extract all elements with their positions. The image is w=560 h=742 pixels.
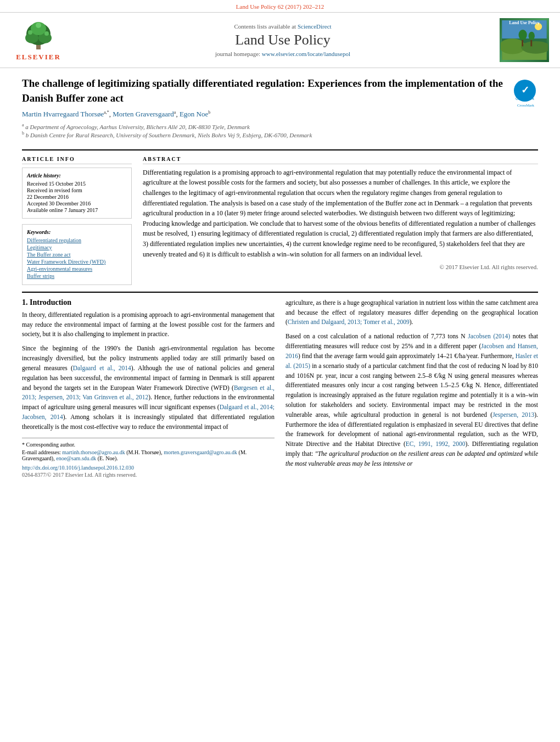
journal-citation: Land Use Policy 62 (2017) 202–212 (236, 3, 324, 10)
received-date: Received 15 October 2015 (27, 181, 127, 187)
journal-logo-overlay-text: Land Use Policy (502, 20, 547, 26)
cite-jespersen-2013[interactable]: Jespersen, 2013 (492, 411, 534, 418)
available-date: Available online 7 January 2017 (27, 207, 127, 213)
email-line: E-mail addresses: martinh.thorsoe@agro.a… (22, 449, 275, 461)
svg-point-7 (36, 23, 41, 28)
email-2-link[interactable]: morten.graversgaard@agro.au.dk (164, 449, 237, 455)
author-thorsoe[interactable]: Martin Hvarregaard Thorsøe (22, 110, 104, 119)
journal-top-bar: Land Use Policy 62 (2017) 202–212 (0, 0, 560, 12)
keyword-1[interactable]: Differentiated regulation (27, 237, 127, 243)
svg-point-16 (529, 32, 535, 40)
sciencedirect-link[interactable]: ScienceDirect (298, 23, 332, 30)
abstract-text: Differentiating regulation is a promisin… (143, 168, 538, 259)
journal-homepage-line: journal homepage: www.elsevier.com/locat… (74, 51, 491, 57)
article-metadata-section: ARTICLE INFO Article history: Received 1… (22, 149, 538, 285)
right-column: ABSTRACT Differentiating regulation is a… (143, 150, 538, 285)
cite-christen-tomer[interactable]: Christen and Dalgaard, 2013; Tomer et al… (288, 319, 410, 325)
body-right-column: agriculture, as there is a huge geograph… (285, 298, 538, 478)
affiliation-b: b b Danish Centre for Rural Research, Un… (22, 131, 505, 138)
crossmark-logo: ✓ CrossMark CrossMark (513, 79, 538, 108)
keyword-6[interactable]: Buffer strips (27, 273, 127, 279)
crossmark-icon: ✓ CrossMark (513, 79, 536, 102)
cite-hasler-2015[interactable]: Hasler et al. (2015) (285, 353, 538, 369)
article-authors: Martin Hvarregaard Thorsøea,*, Morten Gr… (22, 110, 505, 119)
homepage-url[interactable]: www.elsevier.com/locate/landusepol (262, 51, 350, 57)
land-use-policy-cover-icon (501, 20, 548, 60)
svg-text:CrossMark: CrossMark (516, 97, 534, 101)
article-title-section: The challenge of legitimizing spatially … (22, 76, 538, 144)
journal-logo-right: Land Use Policy (497, 18, 552, 62)
article-history-block: Article history: Received 15 October 201… (22, 168, 132, 219)
corresponding-note: * Corresponding author. (22, 442, 275, 448)
email-1-link[interactable]: martinh.thorsoe@agro.au.dk (62, 449, 125, 455)
cite-borgesen-2013[interactable]: Børgesen et al., 2013; Jespersen, 2013; … (22, 384, 275, 401)
article-title: The challenge of legitimizing spatially … (22, 76, 505, 105)
issn-line: 0264-8377/© 2017 Elsevier Ltd. All right… (22, 472, 275, 478)
article-title-block: The challenge of legitimizing spatially … (22, 76, 505, 140)
footnotes: * Corresponding author. E-mail addresses… (22, 438, 275, 478)
svg-point-6 (44, 31, 49, 36)
right-paragraph-1: agriculture, as there is a huge geograph… (285, 298, 538, 327)
elsevier-wordmark: ELSEVIER (16, 53, 61, 62)
email-3-link[interactable]: enoe@sam.sdu.dk (56, 455, 96, 461)
keyword-5[interactable]: Agri-environmental measures (27, 266, 127, 272)
keyword-3[interactable]: The Buffer zone act (27, 252, 127, 258)
doi-link[interactable]: http://dx.doi.org/10.1016/j.landusepol.2… (22, 465, 134, 471)
right-paragraph-2: Based on a cost calculation of a nationa… (285, 332, 538, 468)
elsevier-tree-icon (16, 19, 60, 52)
svg-text:✓: ✓ (521, 85, 529, 96)
cite-dalgaard-jacobsen[interactable]: Dalgaard et al., 2014; Jacobsen, 2014 (22, 404, 275, 420)
journal-logo-box: Land Use Policy (500, 18, 549, 62)
intro-paragraph-2: Since the beginning of the 1990's the Da… (22, 344, 275, 432)
cite-jacobsen-2014[interactable]: Jacobsen (2014) (468, 333, 510, 339)
affiliation-a: a a Department of Agroecology, Aarhus Un… (22, 122, 505, 130)
elsevier-logo: ELSEVIER (8, 19, 69, 62)
keywords-block: Keywords: Differentiated regulation Legi… (22, 224, 132, 285)
history-label: Article history: (27, 172, 127, 178)
main-content: The challenge of legitimizing spatially … (0, 68, 560, 486)
left-column: ARTICLE INFO Article history: Received 1… (22, 150, 132, 285)
received-revised-label: Received in revised form (27, 187, 127, 193)
body-content: 1. Introduction In theory, differentiate… (22, 292, 538, 478)
cite-jacobsen-hansen[interactable]: Jacobsen and Hansen, 2016 (285, 343, 538, 359)
accepted-date: Accepted 30 December 2016 (27, 200, 127, 207)
keyword-2[interactable]: Legitimacy (27, 244, 127, 250)
keyword-4[interactable]: Water Framework Directive (WFD) (27, 259, 127, 265)
author-graversgaard[interactable]: Morten Graversgaard (113, 110, 174, 119)
body-left-column: 1. Introduction In theory, differentiate… (22, 298, 275, 478)
article-info-header: ARTICLE INFO (22, 156, 132, 164)
intro-paragraph-1: In theory, differentiated regulation is … (22, 310, 275, 339)
keywords-label: Keywords: (27, 229, 127, 235)
svg-point-5 (28, 30, 32, 35)
crossmark-label: CrossMark (513, 103, 538, 108)
contents-available-line: Contents lists available at ScienceDirec… (74, 23, 491, 30)
section-1-heading: 1. Introduction (22, 298, 275, 307)
author-noe[interactable]: Egon Noe (180, 110, 208, 119)
cite-dalgaard-2014[interactable]: Dalgaard et al., 2014 (73, 365, 131, 371)
journal-header: ELSEVIER Contents lists available at Sci… (0, 12, 560, 68)
revised-date: 22 December 2016 (27, 194, 127, 200)
svg-point-14 (519, 30, 527, 40)
quoted-text: "The agricultural production on the resi… (285, 450, 538, 467)
cite-ec-directives[interactable]: EC, 1991, 1992, 2000 (406, 440, 466, 447)
copyright-line: © 2017 Elsevier Ltd. All rights reserved… (143, 264, 538, 270)
journal-center-info: Contents lists available at ScienceDirec… (74, 23, 491, 57)
doi-line: http://dx.doi.org/10.1016/j.landusepol.2… (22, 465, 275, 471)
journal-title-display: Land Use Policy (74, 32, 491, 48)
abstract-header: ABSTRACT (143, 156, 538, 164)
